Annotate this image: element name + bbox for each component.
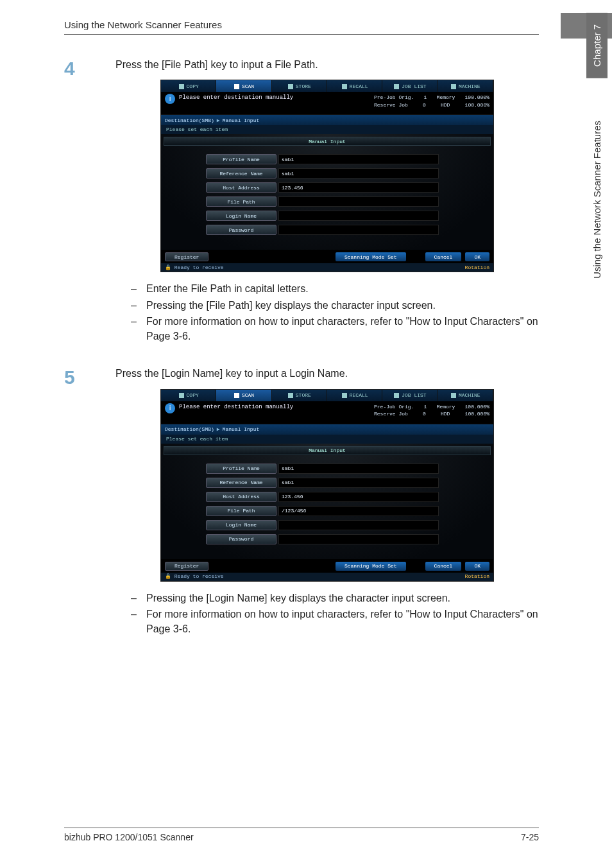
status-ready: 🔒 Ready to receive [165,264,224,271]
printer-panel-2: COPY SCAN STORE RECALL JOB LIST MACHINE … [160,389,494,582]
info-icon: i [165,94,175,104]
side-tab-chapter: Chapter 7 [586,13,608,78]
chevron-right-icon: ▶ [217,117,220,124]
breadcrumb: Destination(SMB)▶Manual Input [161,424,493,435]
tab-copy[interactable]: COPY [161,80,216,92]
register-button[interactable]: Register [165,562,208,571]
svg-rect-6 [179,393,184,398]
ok-button[interactable]: OK [465,252,489,261]
tab-recall[interactable]: RECALL [327,80,382,92]
printer-panel-1: COPY SCAN STORE RECALL JOB LIST MACHINE … [160,80,494,272]
reference-name-value: smb1 [278,478,439,488]
step-4-text: Press the [File Path] key to input a Fil… [115,58,539,72]
info-icon: i [165,403,175,413]
scan-icon [234,83,239,89]
status-rotation: Rotation [465,573,489,580]
file-path-button[interactable]: File Path [206,196,276,207]
step-5-text: Press the [Login Name] key to input a Lo… [115,367,539,381]
tab-copy[interactable]: COPY [161,390,216,401]
reference-name-button[interactable]: Reference Name [206,478,276,488]
machine-icon [450,392,456,398]
step-4-bullet-2: Pressing the [File Path] key displays th… [131,298,539,313]
machine-icon [450,83,456,89]
tab-store[interactable]: STORE [272,80,327,92]
store-icon [287,83,293,89]
file-path-value: /123/456 [278,506,439,516]
footer-page-number: 7-25 [521,832,539,842]
recall-icon [341,83,347,89]
profile-name-button[interactable]: Profile Name [206,464,276,474]
svg-rect-2 [288,84,293,89]
step-5-bullet-2: For more information on how to input cha… [131,607,539,636]
tab-joblist[interactable]: JOB LIST [382,80,438,92]
form-title: Manual Input [164,137,491,146]
svg-rect-3 [342,84,347,89]
scan-icon [234,392,239,398]
header-title: Using the Network Scanner Features [64,19,539,30]
svg-rect-0 [179,84,184,89]
form-title: Manual Input [164,446,491,455]
step-4-bullet-3: For more information on how to input cha… [131,314,539,343]
joblist-icon [393,83,399,89]
tab-scan[interactable]: SCAN [216,390,271,401]
profile-name-value: smb1 [278,464,439,474]
step-4-number: 4 [64,58,115,360]
recall-icon [341,392,347,398]
ok-button[interactable]: OK [465,562,489,571]
svg-rect-8 [288,393,293,398]
file-path-value [278,196,439,207]
profile-name-button[interactable]: Profile Name [206,154,276,164]
register-button[interactable]: Register [165,252,208,261]
copy-icon [178,392,184,398]
host-address-button[interactable]: Host Address [206,182,276,193]
reference-name-button[interactable]: Reference Name [206,168,276,178]
chevron-right-icon: ▶ [217,426,220,433]
reference-name-value: smb1 [278,168,439,178]
page-header: Using the Network Scanner Features [64,19,539,35]
info-message: Please enter destination manually [179,403,374,412]
info-message: Please enter destination manually [179,94,374,102]
tab-machine[interactable]: MACHINE [438,80,493,92]
password-button[interactable]: Password [206,534,276,544]
host-address-value: 123.456 [278,182,439,193]
scanning-mode-set-button[interactable]: Scanning Mode Set [336,252,406,261]
login-name-value [278,520,439,530]
joblist-icon [393,392,399,398]
status-ready: 🔒 Ready to receive [165,573,224,580]
tab-scan[interactable]: SCAN [216,80,271,92]
breadcrumb: Destination(SMB)▶Manual Input [161,115,493,125]
tab-recall[interactable]: RECALL [327,390,382,401]
password-button[interactable]: Password [206,225,276,235]
step-4-bullet-1: Enter the File Path in capital letters. [131,281,539,296]
profile-name-value: smb1 [278,154,439,164]
svg-rect-11 [451,393,456,398]
store-icon [287,392,293,398]
login-name-button[interactable]: Login Name [206,520,276,530]
host-address-value: 123.456 [278,492,439,502]
password-value [278,534,439,544]
login-name-value [278,211,439,221]
copy-icon [178,83,184,89]
side-tab-section: Using the Network Scanner Features [586,82,608,317]
subheader: Please set each item [161,435,493,444]
stats-block: Pre-Job Orig.1Memory100.000% Reserve Job… [374,403,489,417]
svg-rect-7 [234,393,239,398]
stats-block: Pre-Job Orig.1Memory100.000% Reserve Job… [374,94,489,108]
cancel-button[interactable]: Cancel [425,562,462,571]
tab-machine[interactable]: MACHINE [438,390,493,401]
footer-product: bizhub PRO 1200/1051 Scanner [64,832,194,842]
tab-store[interactable]: STORE [272,390,327,401]
tab-joblist[interactable]: JOB LIST [382,390,438,401]
host-address-button[interactable]: Host Address [206,492,276,502]
file-path-button[interactable]: File Path [206,506,276,516]
subheader: Please set each item [161,125,493,134]
step-5-bullet-1: Pressing the [Login Name] key displays t… [131,591,539,605]
scanning-mode-set-button[interactable]: Scanning Mode Set [336,562,406,571]
cancel-button[interactable]: Cancel [425,252,462,261]
page-footer: bizhub PRO 1200/1051 Scanner 7-25 [64,828,539,842]
login-name-button[interactable]: Login Name [206,211,276,221]
svg-rect-5 [451,84,456,89]
status-rotation: Rotation [465,264,489,271]
step-5-number: 5 [64,367,115,653]
svg-rect-1 [234,84,239,89]
